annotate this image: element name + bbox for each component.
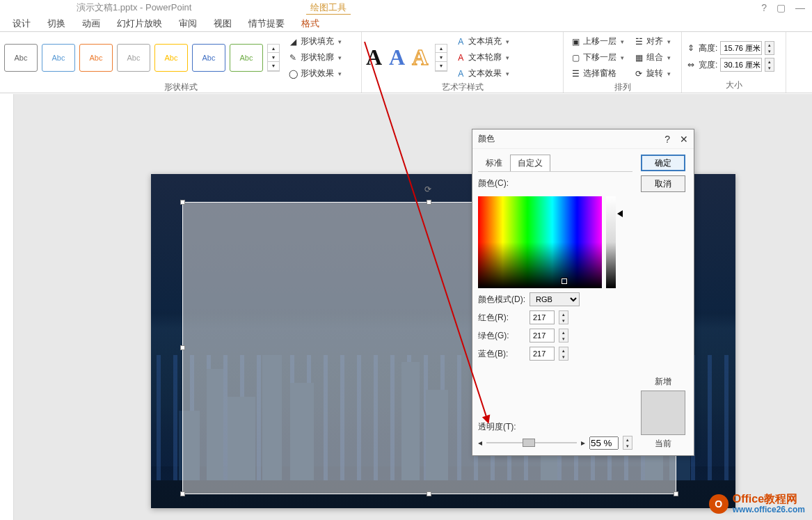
mode-select[interactable]: RGB bbox=[530, 292, 580, 306]
shape-style-6[interactable]: Abc bbox=[192, 44, 225, 72]
picker-cursor[interactable] bbox=[562, 278, 567, 284]
luminance-slider[interactable] bbox=[606, 196, 616, 288]
width-spinner[interactable]: ▴▾ bbox=[765, 58, 774, 72]
window-controls: ? ▢ — bbox=[761, 2, 805, 13]
color-preview bbox=[641, 391, 685, 435]
shape-outline-button[interactable]: ✎形状轮廓▾ bbox=[285, 51, 344, 64]
text-effects-button[interactable]: A文本效果▾ bbox=[453, 67, 512, 80]
height-input[interactable] bbox=[720, 41, 762, 55]
dialog-help-icon[interactable]: ? bbox=[664, 134, 670, 145]
help-icon[interactable]: ? bbox=[761, 2, 767, 13]
shape-style-5[interactable]: Abc bbox=[154, 44, 188, 72]
width-input[interactable] bbox=[720, 58, 762, 72]
text-outline-button[interactable]: A文本轮廓▾ bbox=[453, 51, 512, 64]
shape-style-4[interactable]: Abc bbox=[117, 44, 150, 72]
pen-icon: ✎ bbox=[288, 53, 298, 63]
transparency-spinner[interactable]: ▴▾ bbox=[623, 436, 632, 450]
red-label: 红色(R): bbox=[478, 312, 525, 324]
red-input[interactable] bbox=[530, 310, 555, 324]
rotate-button[interactable]: ⟳旋转▾ bbox=[631, 67, 674, 80]
lum-pointer[interactable] bbox=[617, 210, 623, 217]
gallery-more[interactable]: ▴▾▾ bbox=[267, 44, 280, 72]
red-spinner[interactable]: ▴▾ bbox=[559, 310, 568, 324]
backward-icon: ▢ bbox=[571, 53, 580, 63]
tab-format[interactable]: 格式 bbox=[301, 17, 319, 30]
tab-animation[interactable]: 动画 bbox=[82, 17, 100, 30]
height-spinner[interactable]: ▴▾ bbox=[765, 41, 774, 55]
height-icon: ⇕ bbox=[686, 43, 696, 53]
handle-bl[interactable] bbox=[180, 491, 185, 496]
handle-l[interactable] bbox=[180, 345, 185, 350]
contextual-tab-label: 绘图工具 bbox=[306, 1, 351, 15]
forward-icon: ▣ bbox=[571, 37, 580, 47]
watermark-brand: Office教程网 bbox=[733, 493, 805, 505]
dialog-title: 颜色 bbox=[478, 133, 495, 145]
align-button[interactable]: ☱对齐▾ bbox=[631, 35, 674, 48]
group-button[interactable]: ▦组合▾ bbox=[631, 51, 674, 64]
document-title: 演示文稿1.pptx - PowerPoint bbox=[77, 1, 191, 14]
handle-b[interactable] bbox=[427, 491, 431, 496]
group-label-wordart: 艺术字样式 bbox=[366, 80, 559, 93]
handle-br[interactable] bbox=[674, 491, 678, 496]
color-picker[interactable] bbox=[478, 196, 602, 288]
green-input[interactable] bbox=[530, 329, 555, 342]
align-icon: ☱ bbox=[634, 37, 644, 47]
current-color-label: 当前 bbox=[655, 438, 671, 450]
wordart-gallery[interactable]: A A A ▴▾▾ bbox=[366, 44, 447, 72]
blue-label: 蓝色(B): bbox=[478, 348, 525, 360]
handle-tl[interactable] bbox=[180, 200, 185, 205]
cancel-button[interactable]: 取消 bbox=[641, 175, 685, 192]
wordart-2[interactable]: A bbox=[389, 45, 405, 70]
tab-storyboard[interactable]: 情节提要 bbox=[248, 17, 285, 30]
shape-styles-gallery[interactable]: Abc Abc Abc Abc Abc Abc Abc ▴▾▾ bbox=[4, 44, 280, 72]
restore-icon[interactable]: ▢ bbox=[777, 2, 786, 13]
slider-left-arrow[interactable]: ◂ bbox=[478, 438, 482, 448]
wordart-1[interactable]: A bbox=[366, 45, 382, 70]
shape-fill-button[interactable]: ◢形状填充▾ bbox=[285, 35, 344, 48]
tab-slideshow[interactable]: 幻灯片放映 bbox=[117, 17, 162, 30]
send-backward-button[interactable]: ▢下移一层▾ bbox=[568, 51, 627, 64]
wordart-3[interactable]: A bbox=[412, 45, 428, 70]
watermark-url: www.office26.com bbox=[733, 505, 805, 514]
ribbon-tabs: 设计 切换 动画 幻灯片放映 审阅 视图 情节提要 格式 bbox=[0, 15, 812, 32]
ok-button[interactable]: 确定 bbox=[641, 155, 685, 171]
tab-transitions[interactable]: 切换 bbox=[47, 17, 65, 30]
tab-design[interactable]: 设计 bbox=[13, 17, 31, 30]
slider-right-arrow[interactable]: ▸ bbox=[581, 438, 585, 448]
width-label: 宽度: bbox=[699, 59, 717, 71]
mode-label: 颜色模式(D): bbox=[478, 294, 525, 306]
selection-pane-button[interactable]: ☰选择窗格 bbox=[568, 67, 627, 80]
tab-review[interactable]: 审阅 bbox=[179, 17, 197, 30]
dialog-close-icon[interactable]: ✕ bbox=[680, 134, 688, 145]
pane-icon: ☰ bbox=[571, 69, 580, 79]
text-fill-button[interactable]: A文本填充▾ bbox=[453, 35, 512, 48]
wordart-more[interactable]: ▴▾▾ bbox=[435, 44, 447, 72]
blue-input[interactable] bbox=[530, 347, 555, 361]
title-bar: 演示文稿1.pptx - PowerPoint 绘图工具 ? ▢ — bbox=[0, 0, 812, 15]
minimize-icon[interactable]: — bbox=[795, 2, 805, 13]
width-icon: ⇔ bbox=[686, 60, 696, 70]
bucket-icon: ◢ bbox=[288, 37, 298, 47]
shape-effects-button[interactable]: ◯形状效果▾ bbox=[285, 67, 344, 80]
shape-style-1[interactable]: Abc bbox=[4, 44, 38, 72]
shape-style-2[interactable]: Abc bbox=[42, 44, 75, 72]
bring-forward-button[interactable]: ▣上移一层▾ bbox=[568, 35, 627, 48]
tab-view[interactable]: 视图 bbox=[214, 17, 232, 30]
green-spinner[interactable]: ▴▾ bbox=[559, 329, 568, 342]
watermark: O Office教程网 www.office26.com bbox=[709, 493, 805, 514]
rotate-icon: ⟳ bbox=[634, 69, 644, 79]
rotate-handle[interactable]: ⟳ bbox=[424, 184, 434, 194]
transparency-label: 透明度(T): bbox=[478, 421, 632, 433]
transparency-input[interactable] bbox=[589, 436, 619, 450]
slider-thumb[interactable] bbox=[523, 439, 535, 447]
text-fill-icon: A bbox=[456, 37, 465, 47]
handle-t[interactable] bbox=[427, 200, 431, 205]
effects-icon: ◯ bbox=[288, 69, 298, 79]
tab-standard[interactable]: 标准 bbox=[478, 155, 510, 171]
tab-custom[interactable]: 自定义 bbox=[510, 155, 550, 171]
shape-style-7[interactable]: Abc bbox=[230, 44, 263, 72]
shape-style-3[interactable]: Abc bbox=[79, 44, 113, 72]
height-label: 高度: bbox=[699, 42, 717, 54]
transparency-slider[interactable] bbox=[486, 437, 577, 448]
blue-spinner[interactable]: ▴▾ bbox=[559, 347, 568, 361]
